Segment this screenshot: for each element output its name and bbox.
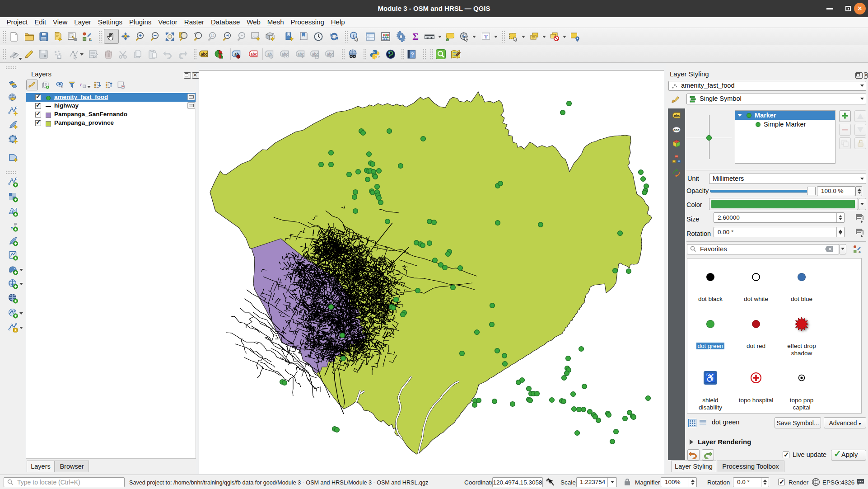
svg-text:,: , [11, 221, 13, 230]
svg-text:abc: abc [674, 113, 680, 118]
svg-text:abc: abc [201, 52, 208, 56]
svg-text:T: T [484, 33, 488, 40]
svg-text:a: a [89, 37, 92, 42]
svg-text:>: > [378, 55, 380, 58]
svg-text:Σ: Σ [412, 31, 419, 42]
svg-text:?: ? [411, 51, 414, 58]
svg-text:ε: ε [80, 82, 82, 88]
svg-text:abc: abc [673, 128, 680, 132]
svg-text:abc: abc [298, 52, 304, 56]
svg-text:1:1: 1:1 [210, 34, 215, 37]
svg-text:a: a [859, 249, 861, 254]
svg-text:abc: abc [251, 52, 257, 56]
